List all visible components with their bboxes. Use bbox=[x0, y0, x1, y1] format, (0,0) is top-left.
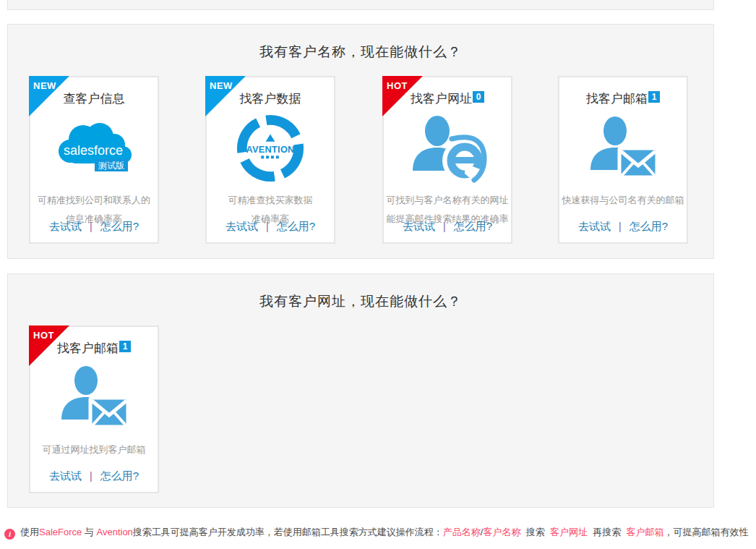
card-description: 可通过网址找到客户邮箱 bbox=[30, 441, 158, 459]
tip-text-segment: ，可提高邮箱有效性 bbox=[663, 527, 748, 537]
tip-text-segment: 使用 bbox=[20, 527, 39, 537]
try-link[interactable]: 去试试 bbox=[49, 220, 82, 232]
card-find-email-by-url: HOT 找客户邮箱1 可通过网址找到客户邮箱 bbox=[29, 325, 159, 493]
link-separator: | bbox=[266, 221, 269, 232]
card-description: 快速获得与公司名有关的邮箱 bbox=[559, 191, 687, 210]
info-icon: i bbox=[4, 529, 15, 540]
tip-text-segment: 与 bbox=[82, 527, 96, 537]
try-link[interactable]: 去试试 bbox=[49, 469, 82, 482]
person-browser-icon bbox=[407, 113, 488, 184]
try-link[interactable]: 去试试 bbox=[403, 220, 435, 232]
count-badge: 1 bbox=[119, 341, 131, 352]
tip-text-segment: 客户邮箱 bbox=[626, 527, 663, 537]
tip-text-segment: 再搜索 bbox=[588, 527, 626, 537]
how-link[interactable]: 怎么用? bbox=[100, 220, 139, 232]
avention-logo-text: AVENTION bbox=[246, 144, 294, 155]
section-title: 我有客户名称，现在能做什么？ bbox=[8, 25, 713, 61]
salesforce-logo-icon: salesforce 测试版 bbox=[51, 117, 137, 179]
card-find-customer-email: 找客户邮箱1 快速获得与公司名有关的邮箱 去试试|怎么用? bbox=[558, 76, 688, 244]
person-email-icon bbox=[57, 363, 131, 433]
how-link[interactable]: 怎么用? bbox=[454, 220, 492, 232]
link-separator: | bbox=[90, 470, 93, 482]
tip-text-segment: 客户网址 bbox=[550, 527, 588, 537]
tip-text-segment: 搜索工具可提高客户开发成功率，若使用邮箱工具搜索方式建议操作流程： bbox=[133, 527, 443, 537]
card-check-customer-info: NEW 查客户信息 salesforce 测试版 bbox=[29, 76, 159, 244]
try-link[interactable]: 去试试 bbox=[578, 220, 611, 232]
count-badge: 0 bbox=[473, 91, 484, 103]
ribbon-label: NEW bbox=[210, 80, 233, 91]
section-customer-name: 我有客户名称，现在能做什么？ NEW 查客户信息 bbox=[7, 24, 714, 259]
card-title: 找客户邮箱1 bbox=[559, 90, 687, 107]
tip-text-segment: 搜索 bbox=[520, 527, 549, 537]
link-separator: | bbox=[90, 221, 93, 232]
tip-text-segment: 产品名称 bbox=[443, 527, 481, 537]
card-find-customer-website: HOT 找客户网址0 可找到与客户名称有关 bbox=[382, 76, 512, 244]
how-link[interactable]: 怎么用? bbox=[100, 469, 139, 482]
ribbon-label: HOT bbox=[33, 330, 54, 341]
link-separator: | bbox=[619, 221, 622, 232]
try-link[interactable]: 去试试 bbox=[225, 220, 258, 232]
how-link[interactable]: 怎么用? bbox=[630, 220, 668, 232]
card-find-customer-data: NEW 找客户数据 AVENTION 可精准查找买家数据 准确率高 去试试|怎么… bbox=[205, 76, 335, 244]
section-title: 我有客户网址，现在能做什么？ bbox=[8, 274, 713, 311]
how-link[interactable]: 怎么用? bbox=[277, 220, 315, 232]
avention-logo-icon: AVENTION bbox=[235, 113, 306, 184]
person-email-icon bbox=[586, 114, 660, 183]
ribbon-label: HOT bbox=[387, 80, 408, 91]
salesforce-trial-tag: 测试版 bbox=[98, 161, 124, 171]
tip-text-segment: Avention bbox=[96, 527, 132, 537]
tip-text-segment: SaleForce bbox=[39, 527, 82, 537]
salesforce-logo-text: salesforce bbox=[64, 143, 123, 158]
footer-tip: i使用SaleForce 与 Avention搜索工具可提高客户开发成功率，若使… bbox=[4, 525, 755, 540]
tip-text-segment: 客户名称 bbox=[483, 527, 520, 537]
top-bar bbox=[7, 0, 714, 10]
count-badge: 1 bbox=[648, 91, 660, 103]
link-separator: | bbox=[443, 221, 446, 232]
ribbon-label: NEW bbox=[33, 80, 56, 91]
section-customer-url: 我有客户网址，现在能做什么？ HOT 找客户邮箱1 bbox=[7, 273, 714, 508]
